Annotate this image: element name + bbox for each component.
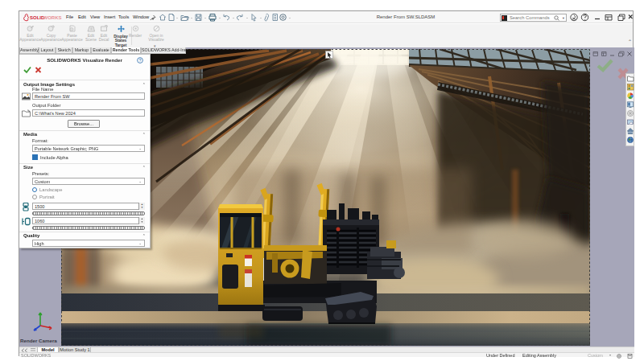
svg-text:?: ? <box>139 58 142 63</box>
svg-text:WORKS: WORKS <box>43 15 62 20</box>
